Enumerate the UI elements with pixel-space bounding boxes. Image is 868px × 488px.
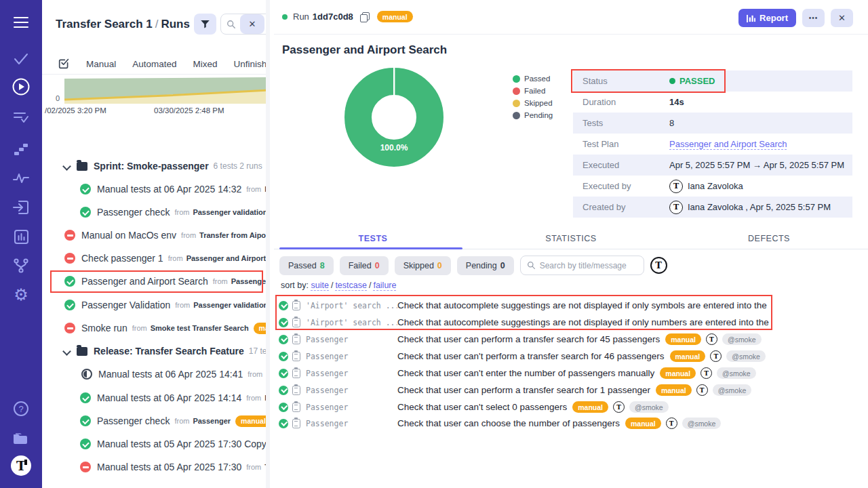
sign-in-icon[interactable]: [0, 197, 42, 218]
filter-failed[interactable]: Failed0: [340, 256, 389, 275]
tests-search-input[interactable]: [540, 261, 628, 270]
svg-text:?: ?: [18, 404, 23, 414]
tab-unfinished[interactable]: Unfinished: [234, 59, 270, 69]
test-title[interactable]: Check that user can choose the number of…: [397, 418, 620, 428]
passed-icon: [279, 352, 288, 361]
copy-icon[interactable]: [360, 12, 369, 22]
app-rail: ⚙ ? T: [0, 0, 42, 488]
runs-history-chart[interactable]: 0 /02/2025 3:20 PM 03/30/2025 2:48 PM: [42, 75, 270, 116]
git-branch-icon[interactable]: [0, 256, 42, 276]
test-row[interactable]: Passenger Check that user can't select 0…: [274, 399, 779, 415]
list-check-icon[interactable]: [0, 107, 42, 127]
tree-run[interactable]: Passenger check from Passenger manual 6: [42, 411, 270, 431]
suite-label: Passenger: [306, 419, 397, 428]
checkmark-nav-icon[interactable]: [0, 49, 42, 69]
runs-panel: Transfer Search 1/Runs ✕ Manual Automate…: [42, 0, 270, 488]
tree-run[interactable]: Manual on MacOs env from Transfer from A…: [42, 225, 270, 245]
smoke-tag[interactable]: @smoke: [717, 367, 756, 379]
test-plan-link[interactable]: Passenger and Airport Search: [669, 139, 787, 150]
tree-run-selected[interactable]: Passenger and Airport Search from Passen…: [42, 271, 270, 291]
report-button[interactable]: Report: [738, 9, 796, 27]
test-title[interactable]: Check that user can perform a transfer s…: [397, 385, 650, 395]
projects-folder-icon[interactable]: [0, 428, 42, 448]
tree-run[interactable]: Smoke run from Smoke test Transfer Searc…: [42, 318, 270, 338]
tree-run[interactable]: Manual tests at 06 Apr 2025 14:14 from P…: [42, 388, 270, 408]
filter-button[interactable]: [194, 14, 216, 35]
test-row[interactable]: Passenger Check that user can perform a …: [274, 331, 779, 348]
breadcrumb: Transfer Search 1/Runs: [56, 18, 190, 31]
test-title[interactable]: Check that user can't select 0 passenger…: [397, 402, 567, 412]
tree-run[interactable]: Manual tests at 06 Apr 2025 14:32 from P…: [42, 179, 270, 199]
chevron-down-icon[interactable]: [63, 163, 70, 169]
test-title[interactable]: Check that user can't perform a transfer…: [397, 351, 665, 361]
tree-run[interactable]: Manual tests at 05 Apr 2025 17:30 Copy f…: [42, 434, 270, 454]
tab-statistics[interactable]: STATISTICS: [472, 229, 670, 249]
help-icon[interactable]: ?: [0, 399, 42, 419]
tree-run[interactable]: Manual tests at 06 Apr 2025 14:41 from T…: [42, 364, 270, 384]
test-row[interactable]: Passenger Check that user can't perform …: [274, 348, 779, 365]
test-row[interactable]: Passenger Check that user can perform a …: [274, 382, 779, 399]
breadcrumb-project[interactable]: Transfer Search 1: [56, 18, 153, 30]
smoke-tag[interactable]: @smoke: [726, 350, 766, 362]
tree-run[interactable]: Manual tests at 05 Apr 2025 17:30 from T…: [42, 457, 270, 477]
run-play-icon[interactable]: [0, 77, 42, 97]
test-row[interactable]: Passenger Check that user can choose the…: [274, 415, 779, 432]
tab-manual[interactable]: Manual: [86, 59, 116, 69]
folder-icon: [77, 347, 87, 356]
more-button[interactable]: •••: [802, 9, 825, 27]
tree-folder-sprint[interactable]: Sprint: Smoke-passenger 6 tests 2 runs: [42, 156, 270, 176]
tree-run[interactable]: Manual tests at 06 Apr 2025 14:4: [42, 483, 270, 488]
tab-mixed[interactable]: Mixed: [193, 59, 218, 69]
tree-run[interactable]: Check passenger 1 from Passenger and Air…: [42, 248, 270, 268]
from-label: from: [246, 394, 261, 402]
activity-pulse-icon[interactable]: [0, 168, 42, 188]
manual-badge: manual: [665, 333, 701, 345]
steps-icon[interactable]: [0, 139, 42, 159]
passed-icon: [279, 403, 288, 412]
detail-row-tests: Tests 8: [573, 113, 852, 134]
panel-close-button[interactable]: ✕: [240, 14, 264, 34]
filter-skipped[interactable]: Skipped0: [395, 256, 451, 275]
smoke-tag[interactable]: @smoke: [682, 418, 722, 429]
smoke-tag[interactable]: @smoke: [713, 384, 752, 396]
hamburger-menu-icon[interactable]: [0, 12, 42, 33]
testcase-icon: [292, 369, 300, 378]
tab-defects[interactable]: DEFECTS: [670, 229, 868, 249]
smoke-tag[interactable]: @smoke: [629, 401, 669, 413]
test-row[interactable]: 'Airport' search ... Check that autocomp…: [274, 297, 779, 314]
user-filter-avatar[interactable]: T: [650, 257, 667, 274]
legend-dot-pending: [513, 112, 520, 119]
tree-run[interactable]: Passenger check from Passenger validatio…: [42, 202, 270, 222]
filter-passed[interactable]: Passed8: [279, 256, 334, 275]
bar-chart-icon[interactable]: [0, 226, 42, 247]
gear-icon[interactable]: ⚙: [0, 285, 42, 305]
filter-pending[interactable]: Pending0: [457, 256, 514, 275]
manual-badge: manual: [254, 323, 270, 334]
legend-dot-failed: [513, 87, 520, 95]
sort-by-suite[interactable]: suite: [311, 281, 328, 291]
chevron-down-icon[interactable]: [63, 348, 70, 354]
test-title[interactable]: Check that user can perform a transfer s…: [397, 334, 660, 344]
tests-search[interactable]: [520, 256, 644, 275]
detail-row-duration: Duration 14s: [573, 92, 852, 113]
test-row[interactable]: Passenger Check that user can't enter th…: [274, 365, 779, 382]
testomat-logo[interactable]: T: [0, 455, 42, 476]
tree-run[interactable]: Passenger Validation from Passenger vali…: [42, 295, 270, 315]
test-title[interactable]: Check that autocomplete suggestings are …: [397, 300, 767, 310]
select-runs-icon[interactable]: [58, 58, 70, 71]
tab-tests[interactable]: TESTS: [274, 229, 472, 249]
avatar: T: [706, 333, 717, 345]
test-title[interactable]: Check that user can't enter the number o…: [397, 368, 654, 378]
run-label: Manual on MacOs env: [81, 230, 176, 241]
test-title[interactable]: Check that autocomplete suggestings are …: [397, 317, 769, 327]
tab-automated[interactable]: Automated: [132, 59, 176, 69]
smoke-tag[interactable]: @smoke: [722, 333, 762, 345]
run-label: Manual tests at 06 Apr 2025 14:41: [98, 369, 243, 380]
close-run-button[interactable]: ✕: [831, 9, 853, 27]
test-row[interactable]: 'Airport' search ... Check that autocomp…: [274, 314, 779, 331]
from-label: from: [174, 208, 189, 216]
sort-by-testcase[interactable]: testcase: [335, 281, 367, 291]
sort-by-failure[interactable]: failure: [373, 281, 396, 291]
sort-bar: sort by: suite/testcase/failure: [281, 281, 396, 290]
tree-folder-release[interactable]: Release: Transfer Search Feature 17 test…: [42, 341, 270, 361]
